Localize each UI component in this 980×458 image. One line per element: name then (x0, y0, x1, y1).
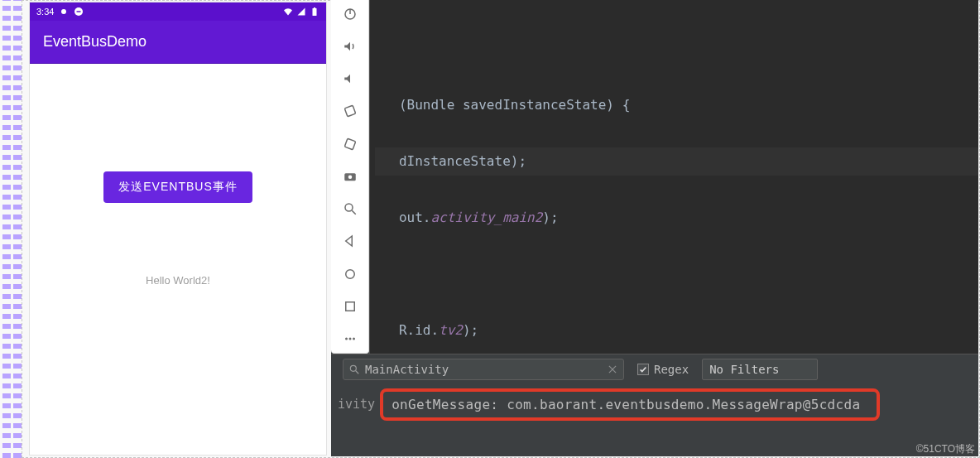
logcat-panel: Regex No Filters ivity onGetMessage: com… (331, 354, 978, 456)
svg-rect-3 (314, 7, 315, 8)
regex-label: Regex (654, 363, 689, 376)
svg-point-14 (345, 338, 348, 340)
svg-point-17 (350, 365, 356, 371)
logcat-filter-select[interactable]: No Filters (702, 359, 818, 380)
search-icon (348, 364, 360, 375)
wifi-icon (283, 7, 293, 17)
svg-point-9 (348, 175, 352, 179)
clear-icon[interactable] (607, 364, 618, 375)
back-icon[interactable] (339, 233, 362, 250)
svg-line-18 (356, 371, 359, 374)
battery-icon (310, 7, 319, 17)
logcat-search-input[interactable] (365, 363, 607, 376)
logcat-search[interactable] (343, 359, 624, 380)
home-icon[interactable] (339, 265, 362, 282)
voice-icon (59, 7, 69, 17)
more-icon[interactable] (339, 330, 362, 348)
svg-point-10 (345, 204, 353, 211)
svg-line-11 (352, 210, 356, 215)
svg-point-0 (61, 9, 66, 14)
android-status-bar: 3:34 (30, 2, 326, 21)
status-time: 3:34 (36, 7, 54, 17)
overview-icon[interactable] (339, 297, 362, 315)
rotate-right-icon[interactable] (339, 135, 362, 152)
app-dot-icon (74, 7, 84, 17)
svg-rect-13 (345, 302, 354, 311)
signal-icon (296, 7, 306, 17)
svg-rect-7 (344, 138, 355, 149)
logcat-toolbar: Regex No Filters (331, 354, 978, 384)
app-bar: EventBusDemo (30, 21, 326, 64)
zoom-icon[interactable] (339, 200, 362, 218)
svg-point-15 (348, 338, 351, 340)
svg-point-16 (353, 338, 355, 340)
app-title: EventBusDemo (43, 33, 147, 51)
rotate-left-icon[interactable] (339, 103, 362, 120)
regex-checkbox[interactable]: Regex (637, 363, 689, 376)
hello-textview: Hello World2! (146, 274, 210, 287)
volume-down-icon[interactable] (339, 70, 362, 88)
svg-rect-6 (344, 106, 355, 117)
ide-panel: (Bundle savedInstanceState) { dInstanceS… (331, 0, 978, 456)
log-tag-suffix: ivity (338, 397, 380, 412)
app-body: 发送EVENTBUS事件 Hello World2! (30, 64, 326, 455)
emulator-tool-strip (331, 0, 369, 354)
logcat-line: ivity onGetMessage: com.baorant.eventbus… (331, 384, 978, 424)
send-eventbus-button[interactable]: 发送EVENTBUS事件 (103, 171, 252, 203)
log-message-highlight: onGetMessage: com.baorant.eventbusdemo.M… (380, 388, 880, 421)
svg-rect-2 (313, 8, 317, 16)
watermark: ©51CTO博客 (916, 442, 975, 456)
svg-point-12 (345, 270, 354, 279)
emulator-phone: 3:34 EventBusDemo 发送EVENTBUS事件 Hello Wor… (29, 2, 327, 456)
volume-up-icon[interactable] (339, 37, 362, 55)
code-editor[interactable]: (Bundle savedInstanceState) { dInstanceS… (369, 0, 978, 354)
screenshot-icon[interactable] (339, 167, 362, 185)
power-icon[interactable] (339, 5, 362, 22)
